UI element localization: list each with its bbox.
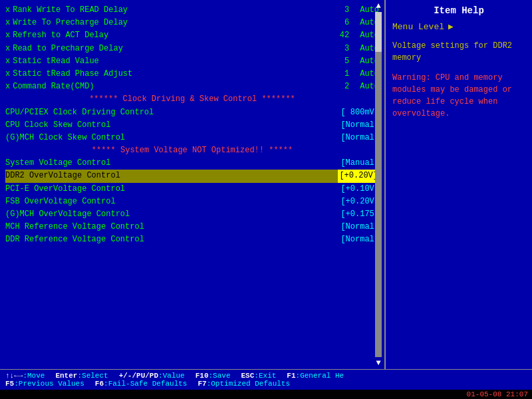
bottom-key: +/-/PU/PD:Value [119, 372, 185, 380]
warning-text: Warning: CPU and memory modules may be d… [392, 72, 525, 120]
bottom-key: F10:Save [196, 372, 231, 380]
right-panel: Item Help Menu Level ▶ Voltage settings … [386, 0, 532, 369]
bottom-key: ESC:Exit [241, 372, 277, 380]
menu-item-write-precharge[interactable]: x Write To Precharge Delay6Auto [5, 17, 379, 29]
x-mark: x [5, 17, 10, 29]
menu-label: DDR2 OverVoltage Control [5, 170, 120, 182]
bottom-key: ↑↓←→:Move [5, 372, 45, 380]
menu-label: CPU/PCIEX Clock Driving Control [5, 106, 154, 119]
left-panel: x Rank Write To READ Delay3Autox Write T… [0, 0, 386, 369]
menu-label: CPU Clock Skew Control [5, 119, 110, 132]
menu-label: System Voltage Control [5, 157, 110, 170]
menu-label: Rank Write To READ Delay [13, 4, 128, 17]
menu-item-read-precharge[interactable]: x Read to Precharge Delay3Auto [5, 43, 379, 55]
bottom-key: F1:General He [287, 372, 344, 380]
menu-level-arrow: ▶ [448, 21, 454, 32]
menu-num: 6 [344, 17, 349, 29]
menu-item-gmch-overvoltage[interactable]: (G)MCH OverVoltage Control[+0.175] [5, 208, 379, 221]
scroll-track [375, 12, 382, 357]
menu-label: DDR Reference Voltage Control [5, 233, 144, 246]
menu-label: Write To Precharge Delay [13, 17, 128, 29]
x-mark: x [5, 68, 10, 80]
bottom-key: Enter:Select [55, 372, 108, 380]
scrollbar[interactable]: ▲ ▼ [374, 0, 383, 369]
menu-label: Command Rate(CMD) [13, 80, 94, 93]
menu-value: [+0.20V] [338, 170, 379, 182]
bottom-bar: ↑↓←→:MoveEnter:Select+/-/PU/PD:ValueF10:… [0, 369, 532, 390]
panel-title: Item Help [392, 5, 525, 16]
x-mark: x [5, 55, 10, 68]
bios-screen: x Rank Write To READ Delay3Autox Write T… [0, 0, 532, 399]
scroll-down-arrow[interactable]: ▼ [376, 358, 380, 368]
datetime: 01-05-08 21:07 [0, 390, 532, 399]
menu-item-pcie-overvoltage[interactable]: PCI-E OverVoltage Control[+0.10V] [5, 183, 379, 196]
bottom-row1: ↑↓←→:MoveEnter:Select+/-/PU/PD:ValueF10:… [5, 372, 527, 380]
menu-label: Static tRead Value [13, 55, 99, 68]
voltage-warning: ***** System Voltage NOT Optimized!! ***… [5, 144, 379, 157]
menu-level-label: Menu Level [392, 22, 444, 32]
menu-item-ddr2-overvoltage[interactable]: DDR2 OverVoltage Control[+0.20V] [5, 170, 379, 182]
menu-num: 3 [344, 43, 349, 55]
menu-num: 5 [344, 55, 349, 68]
menu-item-ddr-ref-voltage[interactable]: DDR Reference Voltage Control[Normal] [5, 233, 379, 246]
menu-item-cpu-clock-skew[interactable]: CPU Clock Skew Control[Normal] [5, 119, 379, 132]
scroll-up-arrow[interactable]: ▲ [376, 1, 380, 11]
scroll-thumb [375, 12, 382, 52]
menu-item-mch-ref-voltage[interactable]: MCH Reference Voltage Control[Normal] [5, 221, 379, 233]
menu-item-fsb-overvoltage[interactable]: FSB OverVoltage Control[+0.20V] [5, 196, 379, 208]
menu-num: 1 [344, 68, 349, 80]
bottom-key: F5:Previous Values [5, 380, 84, 388]
menu-label: Read to Precharge Delay [13, 43, 123, 55]
menu-item-static-tread-phase[interactable]: x Static tRead Phase Adjust1Auto [5, 68, 379, 80]
x-mark: x [5, 80, 10, 93]
menu-level-row: Menu Level ▶ [392, 21, 525, 32]
x-mark: x [5, 4, 10, 17]
menu-item-static-tread-value[interactable]: x Static tRead Value5Auto [5, 55, 379, 68]
menu-label: FSB OverVoltage Control [5, 196, 116, 208]
menu-item-gmch-clock-skew[interactable]: (G)MCH Clock Skew Control[Normal] [5, 132, 379, 144]
menu-label: MCH Reference Voltage Control [5, 221, 144, 233]
menu-label: (G)MCH OverVoltage Control [5, 208, 130, 221]
bottom-row2: F5:Previous ValuesF6:Fail-Safe DefaultsF… [5, 380, 527, 388]
clock-section: ****** Clock Driving & Skew Control ****… [5, 93, 379, 106]
menu-num: 3 [344, 4, 349, 17]
x-mark: x [5, 43, 10, 55]
menu-label: PCI-E OverVoltage Control [5, 183, 125, 196]
menu-item-refresh-act[interactable]: x Refresh to ACT Delay42Auto [5, 29, 379, 42]
main-area: x Rank Write To READ Delay3Autox Write T… [0, 0, 532, 369]
menu-item-cpu-pciex-clock[interactable]: CPU/PCIEX Clock Driving Control[ 800mV] [5, 106, 379, 119]
menu-item-command-rate[interactable]: x Command Rate(CMD)2Auto [5, 80, 379, 93]
menu-label: Refresh to ACT Delay [13, 29, 108, 42]
menu-label: Static tRead Phase Adjust [13, 68, 132, 80]
help-text: Voltage settings for DDR2 memory [392, 40, 525, 64]
menu-num: 2 [344, 80, 349, 93]
menu-item-system-voltage[interactable]: System Voltage Control[Manual] [5, 157, 379, 170]
x-mark: x [5, 29, 10, 42]
menu-num: 42 [340, 29, 349, 42]
menu-item-rank-write-read[interactable]: x Rank Write To READ Delay3Auto [5, 4, 379, 17]
bottom-key: F6:Fail-Safe Defaults [95, 380, 188, 388]
bottom-key: F7:Optimized Defaults [198, 380, 290, 388]
menu-label: (G)MCH Clock Skew Control [5, 132, 125, 144]
